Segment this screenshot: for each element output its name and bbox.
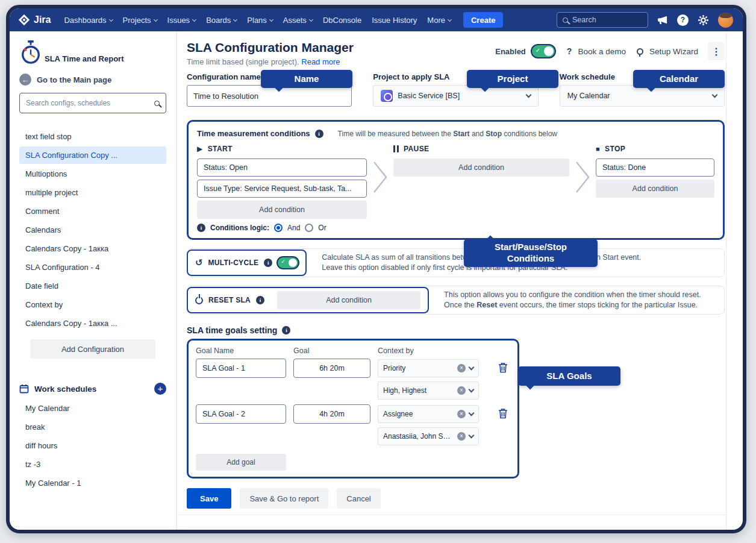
add-schedule-button[interactable]: + — [154, 383, 166, 395]
config-item[interactable]: text field stop — [19, 128, 166, 145]
info-icon[interactable]: i — [197, 224, 205, 232]
user-avatar[interactable] — [718, 13, 733, 28]
callout-name: Name — [261, 70, 352, 88]
config-item[interactable]: Calendars Copy - 1акка — [19, 240, 166, 257]
config-list: text field stop SLA Configuration Copy .… — [19, 128, 166, 332]
project-avatar — [381, 90, 393, 102]
info-icon[interactable]: i — [282, 326, 290, 334]
add-pause-condition-button[interactable]: Add condition — [393, 159, 569, 177]
nav-dashboards[interactable]: Dashboards — [64, 16, 112, 25]
sidebar-search-input[interactable] — [26, 99, 154, 107]
schedule-list: My Calendar break diff hours tz -3 My Ca… — [19, 400, 166, 492]
stop-condition-input[interactable] — [596, 159, 714, 177]
sidebar-search[interactable] — [19, 93, 166, 113]
info-icon[interactable]: i — [256, 296, 264, 304]
pause-icon — [393, 145, 399, 152]
goal-value-input[interactable] — [293, 404, 370, 424]
jira-wordmark: Jira — [34, 14, 51, 25]
nav-plans[interactable]: Plans — [247, 16, 273, 25]
more-actions-button[interactable]: ⋮ — [708, 42, 725, 60]
config-item[interactable]: Comment — [19, 202, 166, 220]
goal-name-input[interactable] — [196, 359, 286, 378]
save-go-report-button[interactable]: Save & Go to report — [240, 488, 328, 509]
settings-gear-icon[interactable] — [698, 14, 709, 26]
config-item[interactable]: Multioptions — [19, 165, 166, 183]
check-icon: ✓ — [281, 259, 286, 265]
config-item[interactable]: Context by — [19, 296, 166, 313]
clear-icon[interactable]: × — [457, 432, 466, 441]
navbar-search-input[interactable] — [572, 16, 639, 24]
project-select[interactable]: Basic Service [BS] — [373, 85, 538, 107]
page-title: SLA Configuration Manager — [187, 40, 354, 55]
go-to-main-link[interactable]: ← Go to the Main page — [19, 74, 166, 86]
goal-value-input[interactable] — [293, 359, 370, 378]
clear-icon[interactable]: × — [457, 410, 466, 418]
setup-wizard-link[interactable]: Setup Wizard — [649, 47, 698, 56]
add-configuration-button[interactable]: Add Configuration — [30, 339, 155, 359]
create-button[interactable]: Create — [463, 12, 503, 28]
config-item[interactable]: Calendars — [19, 221, 166, 239]
config-item[interactable]: multiple project — [19, 184, 166, 201]
nav-more[interactable]: More — [427, 16, 451, 25]
callout-calendar: Calendar — [633, 70, 725, 88]
read-more-link[interactable]: Read more — [301, 57, 340, 66]
announcement-icon[interactable] — [657, 15, 668, 25]
schedule-item[interactable]: diff hours — [19, 437, 166, 454]
schedule-item[interactable]: My Calendar - 1 — [19, 474, 166, 492]
check-icon: ✓ — [536, 47, 540, 54]
nav-issues[interactable]: Issues — [167, 16, 196, 25]
chevron-down-icon — [469, 432, 475, 438]
nav-projects[interactable]: Projects — [123, 16, 157, 25]
multi-cycle-toggle[interactable]: ✓ — [278, 257, 298, 268]
add-goal-button[interactable]: Add goal — [196, 454, 286, 471]
app-sidebar: SLA Time and Report ← Go to the Main pag… — [10, 31, 177, 530]
start-condition-input[interactable] — [197, 159, 367, 177]
navbar-right: ? — [557, 12, 733, 28]
add-stop-condition-button[interactable]: Add condition — [596, 180, 714, 198]
configuration-name-input[interactable] — [187, 85, 352, 107]
delete-goal-button[interactable] — [496, 361, 510, 376]
context-values-select[interactable]: Anastasiia, John Smit... × — [378, 427, 479, 445]
config-item[interactable]: SLA Configuration - 4 — [19, 259, 166, 276]
config-item[interactable]: Calendars Copy - 1акка ... — [19, 315, 166, 332]
cancel-button[interactable]: Cancel — [337, 488, 380, 509]
nav-assets[interactable]: Assets — [283, 16, 313, 25]
navbar-search[interactable] — [557, 12, 648, 28]
schedule-item[interactable]: My Calendar — [19, 400, 166, 417]
nav-issue-history[interactable]: Issue History — [372, 16, 417, 25]
reset-sla-label: RESET SLA — [208, 296, 251, 304]
goal-name-input[interactable] — [196, 404, 286, 424]
info-icon[interactable]: i — [315, 130, 323, 138]
info-icon[interactable]: i — [264, 259, 272, 267]
goal-name-header: Goal Name — [196, 347, 293, 355]
schedule-item[interactable]: break — [19, 418, 166, 436]
nav-dbconsole[interactable]: DbConsole — [323, 16, 361, 25]
stopwatch-logo-icon — [19, 40, 42, 65]
work-schedule-select[interactable]: My Calendar — [560, 85, 725, 107]
enabled-toggle[interactable]: ✓ — [532, 45, 555, 57]
jira-logo[interactable]: Jira — [18, 14, 51, 26]
save-button[interactable]: Save — [187, 488, 231, 509]
chevron-down-icon — [269, 17, 273, 21]
context-field-select[interactable]: Priority × — [378, 359, 479, 377]
clear-icon[interactable]: × — [457, 364, 466, 372]
logic-or-radio[interactable] — [305, 224, 313, 232]
add-start-condition-button[interactable]: Add condition — [197, 201, 367, 219]
nav-boards[interactable]: Boards — [206, 16, 237, 25]
conditions-logic-row: i Conditions logic: And Or — [197, 224, 714, 232]
delete-goal-button[interactable] — [496, 407, 510, 422]
config-item-selected[interactable]: SLA Configuration Copy ... — [19, 146, 166, 164]
schedule-item[interactable]: tz -3 — [19, 456, 166, 473]
add-reset-condition-button[interactable]: Add condition — [277, 291, 420, 309]
config-item[interactable]: Date field — [19, 277, 166, 295]
chevron-down-icon — [448, 17, 452, 21]
chevron-down-icon — [469, 410, 475, 416]
start-condition-input[interactable] — [197, 180, 367, 198]
clear-icon[interactable]: × — [457, 386, 466, 395]
reset-sla-description: This option allows you to configure the … — [444, 286, 706, 314]
context-values-select[interactable]: High, Highest × — [378, 381, 479, 400]
book-demo-link[interactable]: Book a demo — [578, 47, 626, 56]
context-field-select[interactable]: Assignee × — [378, 405, 479, 423]
help-icon[interactable]: ? — [677, 14, 689, 26]
logic-and-radio[interactable] — [274, 224, 283, 232]
